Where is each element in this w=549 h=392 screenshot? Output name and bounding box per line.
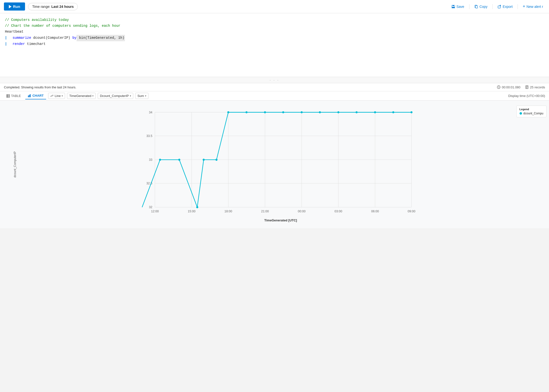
clock-icon — [497, 85, 501, 89]
aggregation-label: Sum — [137, 94, 144, 98]
data-point — [178, 159, 180, 161]
svg-rect-3 — [476, 6, 478, 8]
svg-text:06:00: 06:00 — [371, 210, 379, 213]
time-range-label: Time range: — [32, 5, 50, 9]
y-axis-dropdown[interactable]: Dcount_ComputerIP ▾ — [98, 93, 133, 99]
aggregation-caret: ▾ — [145, 95, 146, 97]
svg-text:34: 34 — [149, 111, 152, 114]
divider1 — [469, 4, 469, 9]
data-point — [301, 111, 303, 113]
time-range-button[interactable]: Time range: Last 24 hours — [28, 3, 78, 10]
divider2 — [492, 4, 493, 9]
records-value: 25 records — [530, 85, 545, 89]
y-axis-caret: ▾ — [130, 95, 131, 97]
svg-text:33.5: 33.5 — [146, 134, 152, 138]
svg-text:32: 32 — [149, 205, 152, 209]
results-status: Completed. Showing results from the last… — [4, 85, 76, 89]
legend-item-1: dcount_Compu — [520, 112, 543, 115]
svg-text:09:00: 09:00 — [408, 210, 415, 213]
heartbeat-text: Heartbeat — [5, 29, 24, 35]
data-point — [392, 111, 394, 113]
results-bar: Completed. Showing results from the last… — [0, 83, 549, 91]
run-label: Run — [13, 4, 20, 9]
dropdown-caret: ▾ — [62, 95, 63, 97]
line-chart-icon — [50, 94, 54, 98]
chart-svg: 34 33.5 33 32.5 32 12:00 15:00 18:00 21:… — [15, 105, 547, 217]
tab-table[interactable]: TABLE — [4, 93, 23, 99]
comment-2: // Chart the number of computers sending… — [5, 23, 120, 29]
render-kw: render — [13, 41, 25, 47]
data-point — [356, 111, 358, 113]
editor[interactable]: // Computers availability today // Chart… — [0, 13, 549, 77]
summarize-args: dcount(ComputerIP) — [31, 35, 72, 41]
data-point — [319, 111, 321, 113]
export-icon — [497, 5, 501, 9]
records-item: 25 records — [525, 85, 545, 89]
duration-item: 00:00:01.080 — [497, 85, 521, 89]
svg-text:00:00: 00:00 — [298, 210, 306, 213]
data-point — [411, 111, 413, 113]
play-icon — [9, 5, 12, 8]
toolbar: Run Time range: Last 24 hours Save Copy … — [0, 0, 549, 13]
data-point — [203, 159, 205, 161]
records-icon — [525, 85, 529, 89]
svg-text:18:00: 18:00 — [225, 210, 232, 213]
editor-line-2: // Chart the number of computers sending… — [5, 23, 544, 29]
chart-type-label: Line — [55, 94, 61, 98]
data-point — [227, 111, 229, 113]
svg-rect-15 — [28, 95, 29, 97]
svg-rect-4 — [498, 6, 500, 8]
legend-title: Legend — [520, 108, 543, 111]
svg-text:12:00: 12:00 — [151, 210, 159, 213]
pipe-1: | — [5, 35, 7, 41]
data-point — [245, 111, 247, 113]
chart-legend: Legend dcount_Compu — [516, 106, 547, 117]
duration-value: 00:00:01.080 — [502, 85, 521, 89]
pipe-2: | — [5, 41, 7, 47]
chart-bar-icon — [28, 94, 31, 97]
table-icon — [6, 94, 10, 98]
svg-rect-16 — [29, 95, 30, 97]
new-alert-button[interactable]: + New alert r — [521, 3, 545, 10]
tab-table-label: TABLE — [11, 94, 21, 98]
x-axis-dropdown[interactable]: TimeGenerated ▾ — [67, 93, 96, 99]
data-point — [264, 111, 266, 113]
data-point — [215, 159, 217, 161]
divider3 — [518, 4, 518, 9]
export-button[interactable]: Export — [495, 4, 514, 10]
tab-chart[interactable]: CHART — [25, 92, 46, 99]
editor-line-3: Heartbeat — [5, 29, 544, 35]
new-alert-label: New alert r — [526, 5, 543, 9]
y-axis-label: Dcount_ComputerIP — [100, 94, 129, 98]
editor-line-1: // Computers availability today — [5, 17, 544, 23]
data-point — [282, 111, 284, 113]
save-label: Save — [456, 5, 464, 9]
time-range-value: Last 24 hours — [51, 5, 74, 9]
data-point — [374, 111, 376, 113]
display-time: Display time (UTC+00:00) — [508, 94, 545, 98]
drag-handle[interactable]: · · · — [0, 77, 549, 83]
tab-bar: TABLE CHART Line ▾ TimeGenerated ▾ Dcoun… — [0, 91, 549, 101]
render-args: timechart — [25, 41, 46, 47]
chart-area: dcount_ComputerIP Legend dcount_Compu 34… — [0, 101, 549, 228]
y-axis-title: dcount_ComputerIP — [13, 151, 17, 178]
copy-button[interactable]: Copy — [472, 4, 490, 10]
svg-text:33: 33 — [149, 158, 152, 162]
editor-line-5: | render timechart — [5, 41, 544, 47]
aggregation-dropdown[interactable]: Sum ▾ — [135, 93, 148, 99]
copy-icon — [474, 5, 478, 9]
summarize-kw: summarize — [13, 35, 31, 41]
comment-1: // Computers availability today — [5, 17, 69, 23]
export-label: Export — [503, 5, 512, 9]
svg-rect-17 — [30, 94, 31, 97]
legend-dot-1 — [520, 112, 522, 115]
chart-type-dropdown[interactable]: Line ▾ — [48, 93, 65, 99]
run-button[interactable]: Run — [4, 2, 25, 11]
new-alert-icon: + — [523, 4, 525, 9]
x-axis-label: TimeGenerated — [69, 94, 91, 98]
data-point — [337, 111, 339, 113]
editor-line-4: | summarize dcount(ComputerIP) by bin(Ti… — [5, 35, 544, 41]
save-button[interactable]: Save — [449, 4, 466, 10]
x-axis-title: TimeGenerated [UTC] — [15, 218, 547, 222]
svg-text:21:00: 21:00 — [261, 210, 269, 213]
